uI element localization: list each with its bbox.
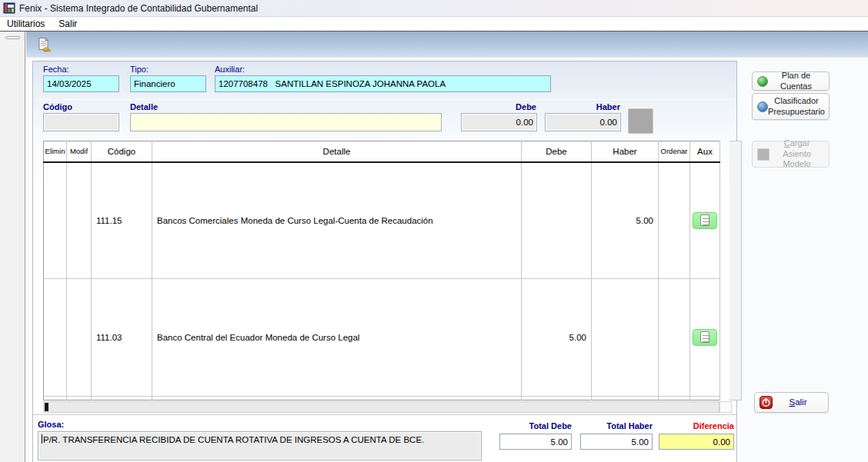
total-haber-label: Total Haber bbox=[580, 421, 653, 430]
plan-de-cuentas-label: Plan de Cuentas bbox=[768, 71, 824, 92]
title-bar: Fenix - Sistema Integrado de Contabilida… bbox=[0, 0, 868, 17]
col-ordenar: Ordenar bbox=[659, 141, 690, 162]
col-debe: Debe bbox=[522, 141, 592, 162]
menu-salir[interactable]: Salir bbox=[52, 17, 84, 31]
total-debe-label: Total Debe bbox=[499, 421, 572, 430]
grid-vertical-scrollbar[interactable] bbox=[729, 141, 742, 401]
window-title: Fenix - Sistema Integrado de Contabilida… bbox=[19, 3, 258, 14]
glosa-label: Glosa: bbox=[38, 420, 64, 429]
diferencia-value: 0.00 bbox=[659, 434, 734, 450]
green-sphere-icon bbox=[757, 76, 768, 87]
text-caret bbox=[42, 434, 42, 444]
cell-codigo: 111.15 bbox=[92, 162, 152, 279]
cell-haber: 5.00 bbox=[592, 162, 659, 279]
menu-bar: Utilitarios Salir bbox=[0, 17, 868, 32]
col-haber: Haber bbox=[592, 141, 659, 162]
fecha-input[interactable]: 14/03/2025 bbox=[43, 75, 119, 92]
cell-codigo: 111.03 bbox=[92, 279, 152, 396]
cell-ordenar[interactable] bbox=[659, 162, 690, 279]
fecha-label: Fecha: bbox=[43, 65, 69, 74]
codigo-input[interactable] bbox=[43, 113, 119, 131]
menu-utilitarios[interactable]: Utilitarios bbox=[0, 17, 52, 31]
total-debe-value: 5.00 bbox=[499, 434, 572, 450]
col-modif: Modif bbox=[67, 141, 92, 162]
auxiliar-label: Auxiliar: bbox=[215, 65, 245, 74]
salir-button[interactable]: Salir bbox=[754, 392, 829, 413]
app-icon bbox=[3, 2, 15, 15]
grid-header-row: Elimin Modif Código Detalle Debe Haber O… bbox=[44, 141, 720, 162]
toolbar bbox=[26, 32, 868, 58]
cargar-asiento-modelo-button[interactable]: Cargar Asiento Modelo bbox=[752, 141, 830, 168]
salir-label: Salir bbox=[773, 397, 823, 407]
scrollbar-thumb[interactable] bbox=[45, 403, 48, 411]
cell-detalle: Banco Central del Ecuador Moneda de Curs… bbox=[152, 279, 522, 396]
app-window: Fenix - Sistema Integrado de Contabilida… bbox=[0, 0, 868, 462]
grid-horizontal-scrollbar[interactable] bbox=[43, 401, 719, 413]
aux-detail-button[interactable] bbox=[693, 329, 717, 346]
cell-debe: 5.00 bbox=[522, 279, 592, 396]
col-elimin: Elimin bbox=[44, 141, 67, 162]
document-coins-icon bbox=[36, 37, 52, 52]
auxiliar-input[interactable]: 1207708478 SANTILLAN ESPINOZA JOHANNA PA… bbox=[215, 75, 551, 92]
plan-de-cuentas-button[interactable]: Plan de Cuentas bbox=[752, 71, 830, 91]
document-icon bbox=[700, 331, 709, 343]
left-side-panel[interactable] bbox=[0, 32, 25, 462]
haber-label: Haber bbox=[545, 102, 620, 111]
cell-debe bbox=[522, 162, 592, 279]
footer-separator bbox=[33, 414, 736, 415]
cargar-asiento-label: Cargar Asiento Modelo bbox=[770, 138, 824, 170]
cell-elimin[interactable] bbox=[44, 162, 67, 279]
journal-entry-panel: Fecha: 14/03/2025 Tipo: Financiero Auxil… bbox=[32, 61, 737, 462]
detalle-input[interactable] bbox=[130, 113, 442, 131]
entry-row[interactable]: 111.03 Banco Central del Ecuador Moneda … bbox=[44, 279, 720, 396]
cell-detalle: Bancos Comerciales Moneda de Curso Legal… bbox=[152, 162, 522, 279]
cell-elimin[interactable] bbox=[44, 279, 67, 396]
separator-line bbox=[38, 99, 732, 100]
codigo-label: Código bbox=[43, 102, 72, 111]
power-icon bbox=[760, 396, 773, 409]
debe-input[interactable]: 0.00 bbox=[461, 113, 537, 131]
clasificador-label: Clasificador Presupuestario bbox=[768, 96, 825, 118]
entries-grid: Elimin Modif Código Detalle Debe Haber O… bbox=[43, 141, 732, 401]
haber-input[interactable]: 0.00 bbox=[545, 113, 621, 131]
glosa-input[interactable]: P/R. TRANSFERENCIA RECIBIDA DE CUENTA RO… bbox=[38, 431, 482, 460]
cell-ordenar[interactable] bbox=[659, 279, 690, 396]
cell-aux bbox=[690, 162, 720, 279]
diferencia-label: Diferencia bbox=[659, 421, 734, 430]
tipo-label: Tipo: bbox=[130, 65, 149, 74]
cell-haber bbox=[592, 279, 659, 396]
tipo-input[interactable]: Financiero bbox=[130, 75, 206, 92]
blue-sphere-icon bbox=[757, 101, 768, 112]
cell-modif[interactable] bbox=[67, 279, 92, 396]
detalle-label: Detalle bbox=[130, 102, 158, 111]
col-aux: Aux bbox=[690, 141, 720, 162]
grid-empty-area bbox=[44, 396, 720, 400]
col-detalle: Detalle bbox=[152, 141, 522, 162]
gray-square-icon bbox=[757, 148, 770, 161]
add-line-button[interactable] bbox=[628, 108, 653, 134]
glosa-text: P/R. TRANSFERENCIA RECIBIDA DE CUENTA RO… bbox=[43, 434, 424, 446]
clasificador-presupuestario-button[interactable]: Clasificador Presupuestario bbox=[752, 93, 830, 120]
scrollbar-corner bbox=[719, 401, 732, 413]
debe-label: Debe bbox=[461, 102, 536, 111]
splitter-handle-icon[interactable] bbox=[5, 36, 20, 39]
entry-row[interactable]: 111.15 Bancos Comerciales Moneda de Curs… bbox=[44, 162, 720, 279]
aux-detail-button[interactable] bbox=[693, 212, 717, 229]
cell-modif[interactable] bbox=[67, 162, 92, 279]
cell-aux bbox=[690, 279, 720, 396]
document-icon bbox=[700, 214, 709, 226]
col-codigo: Código bbox=[92, 141, 152, 162]
total-haber-value: 5.00 bbox=[580, 434, 653, 450]
document-coins-tool-button[interactable] bbox=[34, 35, 54, 55]
